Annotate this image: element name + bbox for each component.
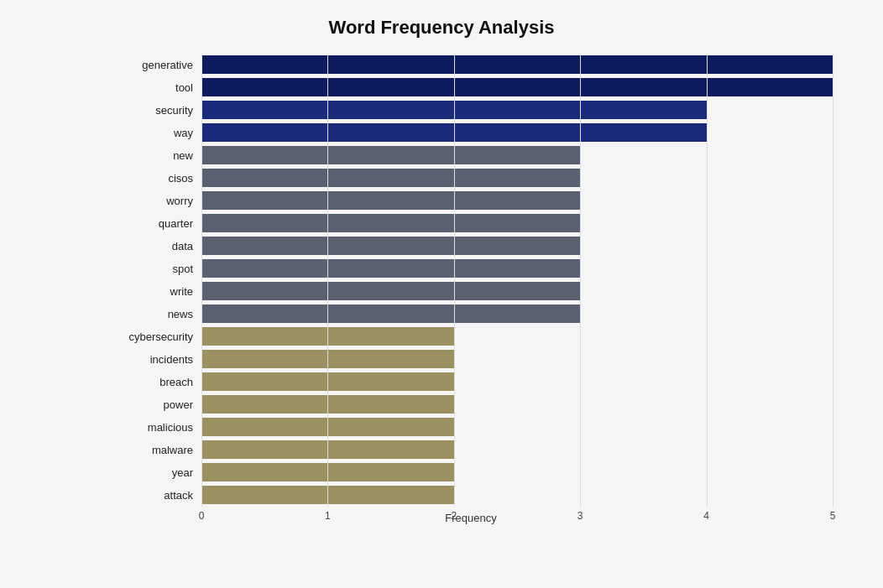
bar-label: malicious	[109, 421, 201, 434]
bar-label: news	[109, 308, 201, 320]
bar-row: power	[109, 393, 833, 415]
bar-fill	[201, 259, 580, 278]
bar-label: write	[109, 285, 201, 298]
bar-label: incidents	[109, 353, 201, 366]
bar-label: data	[109, 240, 201, 252]
bar-label: power	[109, 398, 201, 411]
bar-fill	[201, 395, 454, 414]
bar-fill	[201, 191, 580, 210]
bar-row: worry	[109, 190, 833, 211]
bar-fill	[201, 372, 454, 391]
x-axis-label: Frequency	[109, 512, 833, 524]
bar-label: worry	[109, 195, 201, 207]
bar-label: attack	[109, 489, 201, 502]
bar-row: year	[109, 461, 833, 483]
bar-fill	[201, 123, 707, 142]
bar-row: cybersecurity	[109, 325, 833, 347]
bar-label: year	[109, 466, 201, 479]
x-tick: 5	[830, 510, 836, 522]
bar-fill	[201, 78, 833, 96]
bar-label: malware	[109, 444, 201, 456]
bar-row: incidents	[109, 348, 833, 370]
bar-fill	[201, 214, 580, 232]
bar-row: security	[109, 99, 833, 121]
bar-row: spot	[109, 258, 833, 279]
x-tick: 1	[325, 510, 331, 522]
bar-fill	[201, 350, 454, 368]
bar-row: attack	[109, 484, 833, 506]
x-tick: 3	[577, 510, 583, 522]
bar-row: way	[109, 122, 833, 143]
bar-fill	[201, 486, 454, 504]
bar-fill	[201, 304, 580, 323]
bar-row: generative	[109, 54, 833, 75]
bar-row: cisos	[109, 167, 833, 189]
bar-label: cybersecurity	[109, 330, 201, 343]
bar-label: quarter	[109, 217, 201, 230]
bar-fill	[201, 237, 580, 255]
bar-row: malicious	[109, 416, 833, 438]
bar-row: tool	[109, 76, 833, 98]
bar-row: quarter	[109, 212, 833, 234]
chart-title: Word Frequency Analysis	[50, 17, 833, 39]
bar-row: malware	[109, 439, 833, 461]
bar-label: cisos	[109, 172, 201, 185]
x-tick: 4	[703, 510, 709, 522]
x-tick: 0	[199, 510, 205, 522]
x-tick: 2	[451, 510, 457, 522]
bar-fill	[201, 440, 454, 459]
bar-row: new	[109, 144, 833, 166]
bar-fill	[201, 327, 454, 346]
bar-row: write	[109, 280, 833, 302]
bar-fill	[201, 169, 580, 187]
bar-label: generative	[109, 59, 201, 71]
bar-row: breach	[109, 371, 833, 393]
bar-label: new	[109, 149, 201, 162]
bar-label: breach	[109, 376, 201, 388]
bar-fill	[201, 101, 707, 119]
bar-fill	[201, 282, 580, 300]
bar-row: data	[109, 235, 833, 257]
bar-label: tool	[109, 81, 201, 94]
chart-container: Word Frequency Analysis generativetoolse…	[0, 0, 883, 588]
bar-fill	[201, 463, 454, 481]
bar-label: spot	[109, 263, 201, 275]
bar-label: way	[109, 127, 201, 139]
bar-label: security	[109, 104, 201, 117]
bar-fill	[201, 418, 454, 436]
bar-fill	[201, 55, 833, 74]
bar-fill	[201, 146, 580, 164]
bar-row: news	[109, 303, 833, 325]
